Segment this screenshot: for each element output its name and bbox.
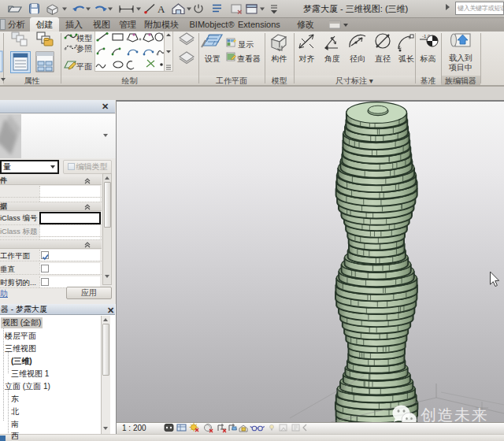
svg-text:A: A xyxy=(158,3,165,15)
